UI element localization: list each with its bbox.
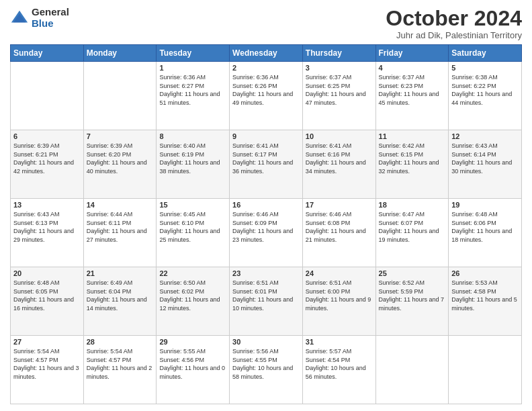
day-info: Sunrise: 6:44 AM Sunset: 6:11 PM Dayligh…: [87, 210, 154, 244]
table-row: 6Sunrise: 6:39 AM Sunset: 6:21 PM Daylig…: [11, 130, 84, 199]
day-info: Sunrise: 6:41 AM Sunset: 6:17 PM Dayligh…: [232, 142, 300, 175]
day-number: 14: [87, 201, 154, 209]
day-number: 5: [451, 64, 519, 72]
table-row: 7Sunrise: 6:39 AM Sunset: 6:20 PM Daylig…: [83, 130, 157, 199]
table-row: 31Sunrise: 5:57 AM Sunset: 4:54 PM Dayli…: [302, 336, 375, 404]
table-row: 8Sunrise: 6:40 AM Sunset: 6:19 PM Daylig…: [157, 130, 230, 199]
table-row: 9Sunrise: 6:41 AM Sunset: 6:17 PM Daylig…: [230, 130, 303, 199]
table-row: 15Sunrise: 6:45 AM Sunset: 6:10 PM Dayli…: [157, 199, 230, 267]
day-number: 20: [13, 269, 81, 277]
day-info: Sunrise: 6:48 AM Sunset: 6:05 PM Dayligh…: [13, 279, 81, 312]
day-number: 8: [159, 132, 226, 140]
day-info: Sunrise: 6:37 AM Sunset: 6:23 PM Dayligh…: [379, 73, 446, 107]
day-number: 1: [159, 64, 226, 72]
table-row: [375, 336, 449, 404]
day-number: 31: [306, 338, 373, 346]
day-info: Sunrise: 6:46 AM Sunset: 6:08 PM Dayligh…: [306, 210, 373, 244]
table-row: 23Sunrise: 6:51 AM Sunset: 6:01 PM Dayli…: [230, 267, 303, 336]
calendar-week-row: 20Sunrise: 6:48 AM Sunset: 6:05 PM Dayli…: [11, 267, 522, 336]
table-row: 20Sunrise: 6:48 AM Sunset: 6:05 PM Dayli…: [11, 267, 84, 336]
table-row: [83, 62, 157, 130]
day-info: Sunrise: 6:39 AM Sunset: 6:21 PM Dayligh…: [13, 142, 81, 175]
day-info: Sunrise: 6:48 AM Sunset: 6:06 PM Dayligh…: [451, 210, 519, 244]
day-info: Sunrise: 6:46 AM Sunset: 6:09 PM Dayligh…: [232, 210, 300, 244]
day-info: Sunrise: 5:57 AM Sunset: 4:54 PM Dayligh…: [306, 347, 373, 381]
col-sunday: Sunday: [11, 45, 84, 62]
table-row: 25Sunrise: 6:52 AM Sunset: 5:59 PM Dayli…: [375, 267, 449, 336]
header: General Blue October 2024 Juhr ad Dik, P…: [10, 7, 522, 40]
table-row: 27Sunrise: 5:54 AM Sunset: 4:57 PM Dayli…: [11, 336, 84, 404]
day-info: Sunrise: 6:36 AM Sunset: 6:27 PM Dayligh…: [159, 73, 226, 107]
day-info: Sunrise: 6:37 AM Sunset: 6:25 PM Dayligh…: [306, 73, 373, 107]
table-row: 10Sunrise: 6:41 AM Sunset: 6:16 PM Dayli…: [302, 130, 375, 199]
day-info: Sunrise: 6:40 AM Sunset: 6:19 PM Dayligh…: [159, 142, 226, 175]
day-number: 23: [232, 269, 300, 277]
table-row: 26Sunrise: 5:53 AM Sunset: 4:58 PM Dayli…: [449, 267, 522, 336]
col-monday: Monday: [83, 45, 157, 62]
day-info: Sunrise: 6:38 AM Sunset: 6:22 PM Dayligh…: [451, 73, 519, 107]
day-info: Sunrise: 6:39 AM Sunset: 6:20 PM Dayligh…: [87, 142, 154, 175]
col-wednesday: Wednesday: [230, 45, 303, 62]
page: General Blue October 2024 Juhr ad Dik, P…: [0, 0, 532, 411]
day-number: 21: [87, 269, 154, 277]
day-number: 13: [13, 201, 81, 209]
day-info: Sunrise: 6:47 AM Sunset: 6:07 PM Dayligh…: [379, 210, 446, 244]
calendar-week-row: 6Sunrise: 6:39 AM Sunset: 6:21 PM Daylig…: [11, 130, 522, 199]
day-info: Sunrise: 6:36 AM Sunset: 6:26 PM Dayligh…: [232, 73, 300, 107]
day-number: 10: [306, 132, 373, 140]
day-number: 30: [232, 338, 300, 346]
table-row: [449, 336, 522, 404]
calendar-week-row: 27Sunrise: 5:54 AM Sunset: 4:57 PM Dayli…: [11, 336, 522, 404]
day-info: Sunrise: 6:43 AM Sunset: 6:14 PM Dayligh…: [451, 142, 519, 175]
day-number: 16: [232, 201, 300, 209]
day-info: Sunrise: 6:42 AM Sunset: 6:15 PM Dayligh…: [379, 142, 446, 175]
table-row: [11, 62, 84, 130]
table-row: 19Sunrise: 6:48 AM Sunset: 6:06 PM Dayli…: [449, 199, 522, 267]
day-info: Sunrise: 6:50 AM Sunset: 6:02 PM Dayligh…: [159, 279, 226, 312]
logo-general-text: General: [32, 7, 69, 18]
day-number: 15: [159, 201, 226, 209]
table-row: 13Sunrise: 6:43 AM Sunset: 6:13 PM Dayli…: [11, 199, 84, 267]
table-row: 28Sunrise: 5:54 AM Sunset: 4:57 PM Dayli…: [83, 336, 157, 404]
title-section: October 2024 Juhr ad Dik, Palestinian Te…: [386, 7, 522, 40]
day-number: 3: [306, 64, 373, 72]
calendar-table: Sunday Monday Tuesday Wednesday Thursday…: [10, 44, 522, 404]
logo-icon: [10, 9, 29, 28]
col-friday: Friday: [375, 45, 449, 62]
table-row: 3Sunrise: 6:37 AM Sunset: 6:25 PM Daylig…: [302, 62, 375, 130]
day-info: Sunrise: 5:53 AM Sunset: 4:58 PM Dayligh…: [451, 279, 519, 312]
table-row: 30Sunrise: 5:56 AM Sunset: 4:55 PM Dayli…: [230, 336, 303, 404]
table-row: 14Sunrise: 6:44 AM Sunset: 6:11 PM Dayli…: [83, 199, 157, 267]
day-info: Sunrise: 6:51 AM Sunset: 6:00 PM Dayligh…: [306, 279, 373, 312]
calendar-header-row: Sunday Monday Tuesday Wednesday Thursday…: [11, 45, 522, 62]
col-thursday: Thursday: [302, 45, 375, 62]
location: Juhr ad Dik, Palestinian Territory: [386, 30, 522, 40]
logo-blue-text: Blue: [32, 18, 69, 30]
day-number: 24: [306, 269, 373, 277]
table-row: 29Sunrise: 5:55 AM Sunset: 4:56 PM Dayli…: [157, 336, 230, 404]
month-title: October 2024: [386, 7, 522, 30]
calendar-week-row: 1Sunrise: 6:36 AM Sunset: 6:27 PM Daylig…: [11, 62, 522, 130]
day-number: 26: [451, 269, 519, 277]
calendar-week-row: 13Sunrise: 6:43 AM Sunset: 6:13 PM Dayli…: [11, 199, 522, 267]
table-row: 18Sunrise: 6:47 AM Sunset: 6:07 PM Dayli…: [375, 199, 449, 267]
col-saturday: Saturday: [449, 45, 522, 62]
logo: General Blue: [10, 7, 69, 29]
day-info: Sunrise: 6:41 AM Sunset: 6:16 PM Dayligh…: [306, 142, 373, 175]
day-info: Sunrise: 6:49 AM Sunset: 6:04 PM Dayligh…: [87, 279, 154, 312]
table-row: 12Sunrise: 6:43 AM Sunset: 6:14 PM Dayli…: [449, 130, 522, 199]
table-row: 2Sunrise: 6:36 AM Sunset: 6:26 PM Daylig…: [230, 62, 303, 130]
table-row: 17Sunrise: 6:46 AM Sunset: 6:08 PM Dayli…: [302, 199, 375, 267]
day-number: 18: [379, 201, 446, 209]
day-number: 2: [232, 64, 300, 72]
day-number: 4: [379, 64, 446, 72]
table-row: 5Sunrise: 6:38 AM Sunset: 6:22 PM Daylig…: [449, 62, 522, 130]
day-number: 29: [159, 338, 226, 346]
day-number: 27: [13, 338, 81, 346]
day-info: Sunrise: 5:56 AM Sunset: 4:55 PM Dayligh…: [232, 347, 300, 381]
day-number: 7: [87, 132, 154, 140]
day-number: 17: [306, 201, 373, 209]
day-number: 22: [159, 269, 226, 277]
day-number: 25: [379, 269, 446, 277]
table-row: 16Sunrise: 6:46 AM Sunset: 6:09 PM Dayli…: [230, 199, 303, 267]
